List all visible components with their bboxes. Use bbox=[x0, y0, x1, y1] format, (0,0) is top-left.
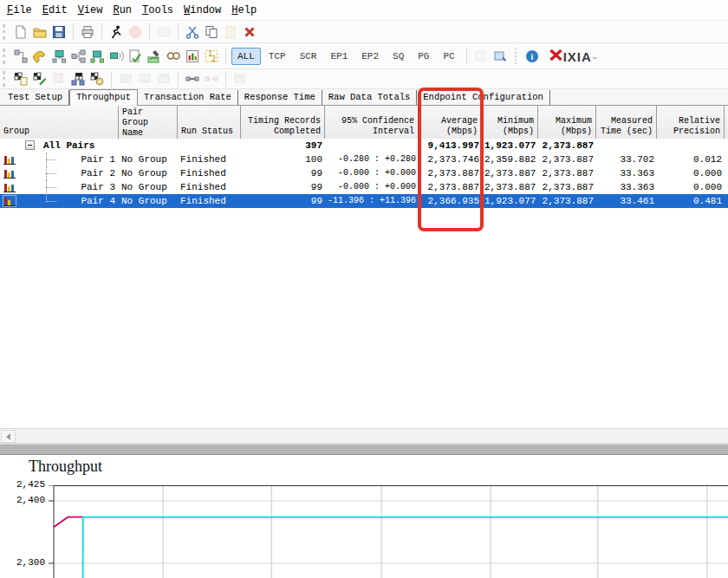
throughput-chart-panel: Throughput 2,4252,4002,300 bbox=[0, 455, 728, 578]
filter-ep1-button[interactable]: EP1 bbox=[324, 48, 354, 65]
pair-group-name: No Group bbox=[119, 166, 178, 180]
reorder-pairs-icon[interactable] bbox=[154, 23, 173, 41]
tab-raw-data-totals[interactable]: Raw Data Totals bbox=[322, 90, 418, 105]
scroll-left-button[interactable] bbox=[1, 430, 16, 443]
menu-run[interactable]: Run bbox=[111, 2, 140, 19]
info-icon[interactable]: i bbox=[523, 47, 542, 65]
run-wizard-icon[interactable] bbox=[11, 70, 30, 88]
run-pale-icon[interactable] bbox=[49, 70, 68, 88]
add-dialing-pair-icon[interactable] bbox=[30, 47, 49, 65]
compare-tool-icon-2[interactable] bbox=[135, 70, 154, 88]
column-header-timing-records[interactable]: Timing Records Completed bbox=[241, 106, 325, 139]
compare-tool-icon-3[interactable] bbox=[154, 70, 173, 88]
column-header-minimum[interactable]: Minimum (Mbps) bbox=[482, 106, 538, 139]
column-header-average[interactable]: Average (Mbps) bbox=[419, 106, 482, 139]
find-pair-icon[interactable] bbox=[164, 47, 183, 65]
open-folder-icon[interactable] bbox=[30, 23, 49, 41]
renumber-pairs-icon[interactable]: 12 bbox=[202, 47, 221, 65]
toolbar-drag-handle[interactable] bbox=[3, 71, 7, 87]
add-voip-pair-icon[interactable] bbox=[107, 47, 126, 65]
menu-file[interactable]: File bbox=[5, 2, 40, 19]
column-header-measured-time[interactable]: Measured Time (sec) bbox=[596, 106, 657, 139]
tab-test-setup[interactable]: Test Setup bbox=[2, 90, 69, 105]
menu-tools[interactable]: Tools bbox=[140, 2, 181, 19]
menu-window[interactable]: Window bbox=[182, 2, 229, 19]
filter-ep2-button[interactable]: EP2 bbox=[355, 48, 385, 65]
average-value: 9,413.997 bbox=[419, 139, 482, 153]
minimum-value: 1,923.077 bbox=[482, 194, 538, 208]
paste-icon[interactable] bbox=[221, 23, 240, 41]
tab-endpoint-configuration[interactable]: Endpoint Configuration bbox=[417, 90, 550, 105]
table-row-pair-2[interactable]: Pair 2 No Group Finished 99 -0.000 : +0.… bbox=[0, 166, 728, 180]
save-results-icon[interactable] bbox=[88, 70, 107, 88]
menu-edit[interactable]: Edit bbox=[41, 2, 75, 19]
pair-hierarchy-icon[interactable] bbox=[68, 47, 88, 65]
run-test-icon[interactable] bbox=[107, 23, 126, 41]
pair-chart-icon[interactable] bbox=[183, 47, 202, 65]
column-header-run-status[interactable]: Run Status bbox=[178, 106, 241, 139]
pane-splitter[interactable] bbox=[0, 444, 728, 455]
add-video-pair-icon[interactable] bbox=[88, 47, 107, 65]
filter-pc-button[interactable]: PC bbox=[437, 48, 460, 65]
column-header-confidence[interactable]: 95% Confidence Interval bbox=[325, 106, 419, 139]
tab-transaction-rate[interactable]: Transaction Rate bbox=[138, 90, 238, 105]
y-axis-tick-label: 2,425 bbox=[16, 479, 45, 490]
tab-response-time[interactable]: Response Time bbox=[238, 90, 322, 105]
print-icon[interactable] bbox=[78, 23, 97, 41]
filter-pg-button[interactable]: PG bbox=[412, 48, 435, 65]
column-header-maximum[interactable]: Maximum (Mbps) bbox=[538, 106, 596, 139]
measured-time: 33.702 bbox=[596, 153, 657, 166]
menu-view[interactable]: View bbox=[76, 2, 111, 19]
average-value: 2,366.935 bbox=[419, 194, 482, 208]
table-row-pair-1[interactable]: Pair 1 No Group Finished 100 -0.280 : +0… bbox=[0, 153, 728, 166]
add-endpoint-pair-icon[interactable] bbox=[11, 47, 30, 65]
run-network-icon[interactable] bbox=[68, 70, 88, 88]
filter-scr-button[interactable]: SCR bbox=[294, 48, 323, 65]
group-label: Pair 1 bbox=[81, 153, 115, 166]
delete-icon[interactable] bbox=[240, 23, 259, 41]
run-options-icon[interactable] bbox=[30, 70, 49, 88]
compare-tool-icon-1[interactable] bbox=[116, 70, 135, 88]
horizontal-scrollbar[interactable] bbox=[0, 428, 728, 444]
menu-help[interactable]: Help bbox=[230, 2, 264, 19]
y-axis-tick-label: 2,300 bbox=[16, 557, 45, 568]
average-value: 2,373.887 bbox=[419, 180, 482, 194]
throughput-chart bbox=[47, 485, 728, 578]
series-pair-run-cyan bbox=[82, 517, 728, 578]
collapse-button[interactable] bbox=[25, 140, 35, 150]
ixia-logo-text: IXIA bbox=[563, 49, 592, 64]
unlink-pairs-icon[interactable] bbox=[202, 70, 221, 88]
records-value: 100 bbox=[241, 153, 325, 166]
table-row-pair-3[interactable]: Pair 3 No Group Finished 99 -0.000 : +0.… bbox=[0, 180, 728, 194]
stop-test-icon[interactable] bbox=[126, 23, 145, 41]
sign-script-icon[interactable] bbox=[145, 47, 164, 65]
cut-icon[interactable] bbox=[183, 23, 202, 41]
save-icon[interactable] bbox=[49, 23, 68, 41]
filter-tcp-button[interactable]: TCP bbox=[263, 48, 292, 65]
edit-script-icon[interactable] bbox=[126, 47, 145, 65]
export-window-icon[interactable] bbox=[491, 47, 510, 65]
toolbar-drag-handle[interactable] bbox=[3, 24, 7, 40]
column-header-pair-group-name[interactable]: Pair Group Name bbox=[119, 106, 178, 139]
copy-icon[interactable] bbox=[202, 23, 221, 41]
pair-group-name: No Group bbox=[119, 194, 178, 208]
tab-throughput[interactable]: Throughput bbox=[69, 89, 138, 106]
new-file-icon[interactable] bbox=[11, 23, 30, 41]
records-value: 99 bbox=[241, 180, 325, 194]
toolbar-drag-handle[interactable] bbox=[3, 49, 7, 64]
ixia-logo-tm: ™ bbox=[593, 56, 596, 63]
window-tool-icon[interactable] bbox=[231, 70, 250, 88]
group-label: Pair 3 bbox=[81, 180, 115, 194]
filter-all-button[interactable]: ALL bbox=[231, 48, 261, 65]
table-row-all-pairs[interactable]: All Pairs 397 9,413.997 1,923.077 2,373.… bbox=[0, 139, 728, 153]
run-status: Finished bbox=[178, 180, 241, 194]
add-multicast-group-icon[interactable] bbox=[49, 47, 68, 65]
column-header-relative-precision[interactable]: Relative Precision bbox=[657, 106, 725, 139]
maximum-value: 2,373.887 bbox=[538, 166, 596, 180]
column-header-group[interactable]: Group bbox=[0, 106, 119, 139]
table-row-pair-4-selected[interactable]: Pair 4 No Group Finished 99 -11.396 : +1… bbox=[0, 194, 728, 208]
measured-time: 33.461 bbox=[596, 194, 657, 208]
filter-sq-button[interactable]: SQ bbox=[387, 48, 410, 65]
link-pairs-icon[interactable] bbox=[183, 70, 202, 88]
console-window-icon[interactable] bbox=[471, 47, 491, 65]
